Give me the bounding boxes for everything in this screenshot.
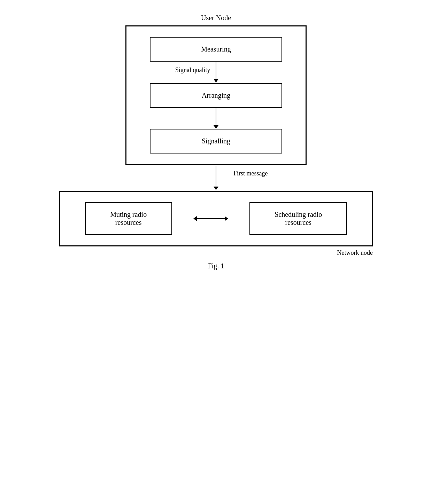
- arrow-down-2: [214, 108, 218, 129]
- measuring-box: Measuring: [150, 37, 282, 62]
- first-message-arrow-section: First message: [59, 165, 373, 191]
- fig-label: Fig. 1: [208, 262, 224, 270]
- horiz-double-arrow: [193, 216, 228, 221]
- signal-quality-arrow-section: Signal quality: [140, 62, 292, 83]
- muting-box: Muting radio resources: [85, 202, 172, 235]
- arranging-box: Arranging: [150, 83, 282, 108]
- user-node-label: User Node: [201, 14, 231, 22]
- network-node-label: Network node: [337, 249, 373, 257]
- signalling-box: Signalling: [150, 129, 282, 153]
- scheduling-box: Scheduling radio resources: [249, 202, 347, 235]
- diagram-wrapper: User Node Measuring Signal quality Arran…: [0, 0, 432, 270]
- first-message-label: First message: [233, 170, 268, 177]
- arrow-down-1: [214, 62, 218, 82]
- user-node-box: Measuring Signal quality Arranging Signa…: [125, 25, 307, 165]
- network-node-label-row: Network node: [59, 249, 373, 257]
- network-node-box: Muting radio resources Scheduling radio …: [59, 191, 373, 246]
- signal-quality-label: Signal quality: [175, 66, 210, 74]
- arrow-down-3: [214, 166, 218, 190]
